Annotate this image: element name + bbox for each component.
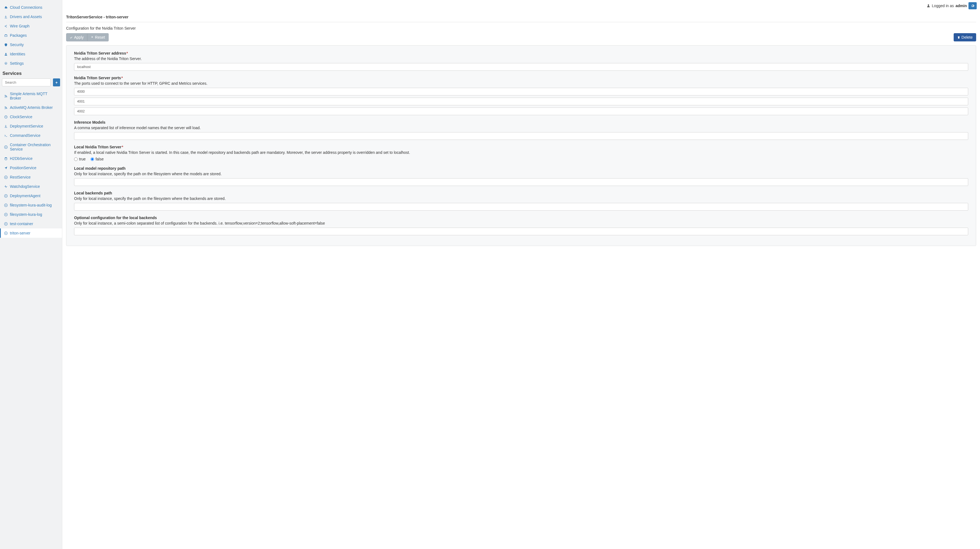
settings-button[interactable] bbox=[969, 2, 977, 10]
optional-config-help: Only for local instance, a semi-colon se… bbox=[74, 221, 968, 225]
field-address: Nvidia Triton Server address* The addres… bbox=[74, 51, 968, 71]
field-models: Inference Models A comma separated list … bbox=[74, 120, 968, 140]
service-item-activemq-artemis-broker[interactable]: ActiveMQ Artemis Broker bbox=[0, 103, 62, 112]
required-marker: * bbox=[121, 76, 123, 80]
field-local: Local Nvidia Triton Server* If enabled, … bbox=[74, 145, 968, 161]
sidebar: Cloud ConnectionsDrivers and AssetsWire … bbox=[0, 0, 62, 549]
logged-in-label: Logged in as bbox=[932, 3, 954, 8]
nav-label: Wire Graph bbox=[10, 24, 30, 28]
service-item-filesystem-kura-log[interactable]: filesystem-kura-log bbox=[0, 210, 62, 219]
svg-point-7 bbox=[5, 157, 7, 158]
plus-icon: + bbox=[56, 80, 57, 85]
service-label: DeploymentService bbox=[10, 124, 43, 129]
nav-item-cloud-connections[interactable]: Cloud Connections bbox=[0, 3, 62, 12]
field-ports: Nvidia Triton Server ports* The ports us… bbox=[74, 76, 968, 115]
service-item-deploymentservice[interactable]: DeploymentService bbox=[0, 122, 62, 131]
ports-help: The ports used to connect to the server … bbox=[74, 81, 968, 86]
service-label: DeploymentAgent bbox=[10, 194, 40, 198]
service-item-triton-server[interactable]: triton-server bbox=[0, 228, 62, 238]
content: TritonServerService - triton-server Conf… bbox=[62, 11, 980, 549]
page-description: Configuration for the Nvidia Triton Serv… bbox=[66, 22, 976, 33]
search-input[interactable] bbox=[2, 78, 51, 86]
service-item-clockservice[interactable]: ClockService bbox=[0, 112, 62, 122]
share-icon bbox=[4, 24, 8, 28]
port-input-1[interactable] bbox=[74, 98, 968, 105]
rss-icon bbox=[4, 94, 8, 98]
nav-item-security[interactable]: Security bbox=[0, 40, 62, 49]
service-item-container-orchestration-service[interactable]: Container Orchestration Service bbox=[0, 140, 62, 154]
service-item-h2dbservice[interactable]: H2DbService bbox=[0, 154, 62, 163]
nav-item-packages[interactable]: Packages bbox=[0, 31, 62, 40]
play-icon bbox=[4, 203, 8, 207]
service-item-test-container[interactable]: test-container bbox=[0, 219, 62, 228]
service-item-commandservice[interactable]: CommandService bbox=[0, 131, 62, 140]
action-bar: Apply Reset Delete bbox=[66, 33, 976, 41]
service-label: Container Orchestration Service bbox=[10, 143, 58, 151]
radio-false[interactable]: false bbox=[91, 157, 104, 161]
heartbeat-icon bbox=[4, 184, 8, 189]
check-icon bbox=[70, 36, 73, 39]
optional-config-input[interactable] bbox=[74, 228, 968, 235]
service-item-positionservice[interactable]: PositionService bbox=[0, 163, 62, 173]
user-icon bbox=[4, 52, 8, 56]
service-item-restservice[interactable]: RestService bbox=[0, 173, 62, 182]
radio-false-label: false bbox=[95, 157, 104, 161]
required-marker: * bbox=[122, 145, 123, 149]
service-label: triton-server bbox=[10, 231, 30, 235]
service-label: filesystem-kura-audit-log bbox=[10, 203, 52, 207]
nav-item-identities[interactable]: Identities bbox=[0, 49, 62, 59]
radio-true-input[interactable] bbox=[74, 157, 78, 161]
play-icon bbox=[4, 213, 8, 216]
gear-icon bbox=[970, 4, 975, 8]
address-label: Nvidia Triton Server address* bbox=[74, 51, 968, 56]
port-input-2[interactable] bbox=[74, 108, 968, 115]
address-input[interactable] bbox=[74, 63, 968, 71]
required-marker: * bbox=[126, 51, 128, 56]
reset-button[interactable]: Reset bbox=[87, 33, 109, 41]
service-item-deploymentagent[interactable]: DeploymentAgent bbox=[0, 191, 62, 200]
delete-button[interactable]: Delete bbox=[954, 33, 976, 41]
nav-label: Drivers and Assets bbox=[10, 14, 42, 19]
cloud-icon bbox=[4, 5, 8, 10]
download-icon bbox=[4, 124, 8, 128]
briefcase-icon bbox=[4, 33, 8, 37]
port-input-0[interactable] bbox=[74, 88, 968, 95]
models-input[interactable] bbox=[74, 132, 968, 140]
service-label: filesystem-kura-log bbox=[10, 212, 42, 217]
nav-item-drivers-and-assets[interactable]: Drivers and Assets bbox=[0, 12, 62, 21]
play-icon bbox=[4, 194, 8, 198]
service-label: PositionService bbox=[10, 166, 37, 170]
shield-icon bbox=[4, 43, 8, 47]
play-icon bbox=[4, 222, 8, 226]
repo-path-input[interactable] bbox=[74, 178, 968, 186]
service-label: RestService bbox=[10, 175, 30, 179]
nav-item-wire-graph[interactable]: Wire Graph bbox=[0, 21, 62, 31]
service-label: CommandService bbox=[10, 133, 40, 138]
add-service-button[interactable]: + bbox=[53, 78, 60, 86]
services-heading: Services bbox=[0, 68, 62, 78]
radio-false-input[interactable] bbox=[91, 157, 94, 161]
play-icon bbox=[4, 231, 8, 235]
nav-label: Packages bbox=[10, 33, 27, 38]
backends-path-label: Local backends path bbox=[74, 191, 968, 195]
local-label: Local Nvidia Triton Server* bbox=[74, 145, 968, 149]
service-label: H2DbService bbox=[10, 156, 32, 161]
radio-true[interactable]: true bbox=[74, 157, 86, 161]
apply-button[interactable]: Apply bbox=[66, 33, 87, 41]
service-label: ActiveMQ Artemis Broker bbox=[10, 105, 52, 110]
service-item-filesystem-kura-audit-log[interactable]: filesystem-kura-audit-log bbox=[0, 200, 62, 210]
nav-label: Settings bbox=[10, 61, 24, 65]
radio-true-label: true bbox=[79, 157, 86, 161]
play-icon bbox=[4, 175, 8, 179]
topbar: Logged in as admin bbox=[62, 0, 980, 11]
service-item-watchdogservice[interactable]: WatchdogService bbox=[0, 182, 62, 191]
service-label: WatchdogService bbox=[10, 184, 40, 189]
service-item-simple-artemis-mqtt-broker[interactable]: Simple Artemis MQTT Broker bbox=[0, 89, 62, 103]
backends-path-input[interactable] bbox=[74, 203, 968, 211]
svg-point-14 bbox=[928, 5, 929, 6]
user-icon bbox=[926, 4, 930, 8]
nav-item-settings[interactable]: Settings bbox=[0, 59, 62, 68]
main: Logged in as admin TritonServerService -… bbox=[62, 0, 980, 549]
close-icon bbox=[91, 36, 94, 39]
backends-path-help: Only for local instance, specify the pat… bbox=[74, 196, 968, 201]
